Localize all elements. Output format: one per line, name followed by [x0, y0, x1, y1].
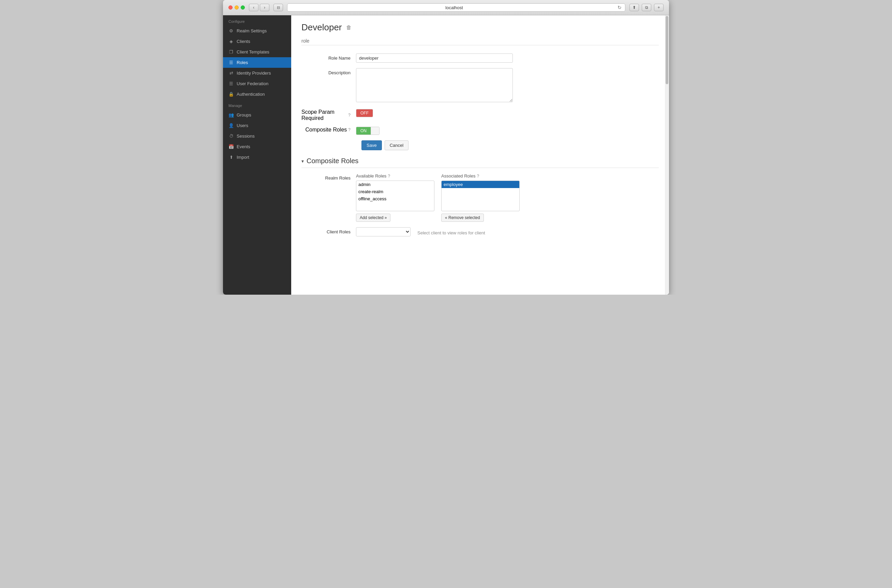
- groups-icon: 👥: [229, 112, 234, 117]
- sidebar-item-groups-label: Groups: [237, 112, 251, 117]
- scrollbar-thumb[interactable]: [666, 16, 668, 84]
- available-role-create-realm[interactable]: create-realm: [356, 188, 434, 195]
- composite-roles-help-icon[interactable]: ?: [348, 128, 350, 132]
- realm-roles-label: Realm Roles: [301, 173, 356, 180]
- cancel-button[interactable]: Cancel: [385, 140, 409, 150]
- page-header: Developer 🗑: [301, 22, 659, 33]
- refresh-button[interactable]: ↻: [618, 5, 621, 10]
- sidebar: Configure ⚙ Realm Settings ◈ Clients ❐ C…: [223, 15, 291, 295]
- sidebar-item-import-label: Import: [237, 154, 249, 160]
- associated-roles-help-icon[interactable]: ?: [477, 174, 479, 178]
- manage-section-label: Manage: [223, 99, 291, 110]
- scope-param-help-icon[interactable]: ?: [348, 113, 350, 117]
- description-row: Description: [301, 68, 659, 104]
- clients-icon: ◈: [229, 39, 234, 44]
- collapse-icon[interactable]: ▾: [301, 158, 304, 164]
- sidebar-item-clients-label: Clients: [237, 39, 250, 44]
- role-name-label: Role Name: [301, 54, 356, 61]
- app-container: Configure ⚙ Realm Settings ◈ Clients ❐ C…: [223, 15, 669, 295]
- sidebar-item-import[interactable]: ⬆ Import: [223, 152, 291, 162]
- back-button[interactable]: ‹: [249, 4, 259, 11]
- page-title: Developer: [301, 22, 342, 33]
- composite-roles-off-btn[interactable]: [371, 127, 379, 135]
- events-icon: 📅: [229, 144, 234, 149]
- roles-columns: Available Roles ? admin create-realm off…: [356, 173, 659, 222]
- sidebar-item-sessions-label: Sessions: [237, 134, 255, 139]
- section-label-text: role: [301, 38, 309, 44]
- client-templates-icon: ❐: [229, 50, 234, 54]
- composite-roles-label: Composite Roles: [305, 127, 347, 133]
- configure-section-label: Configure: [223, 15, 291, 26]
- composite-roles-section-header: ▾ Composite Roles: [301, 157, 659, 168]
- client-roles-label: Client Roles: [301, 227, 356, 234]
- maximize-button[interactable]: [241, 6, 245, 9]
- add-tab-button[interactable]: +: [654, 4, 663, 11]
- user-federation-icon: ☰: [229, 81, 234, 86]
- sidebar-toggle-button[interactable]: ⊟: [274, 4, 283, 11]
- users-icon: 👤: [229, 123, 234, 128]
- forward-button[interactable]: ›: [260, 4, 269, 11]
- remove-selected-button[interactable]: « Remove selected: [441, 214, 484, 222]
- scope-param-toggle[interactable]: OFF: [356, 109, 373, 117]
- associated-roles-column: Associated Roles ? employee « Remove sel…: [441, 173, 520, 222]
- role-name-input[interactable]: [356, 54, 513, 63]
- sidebar-item-sessions[interactable]: ⏱ Sessions: [223, 131, 291, 141]
- associated-role-employee[interactable]: employee: [442, 181, 519, 188]
- client-roles-content: Select client to view roles for client: [356, 227, 485, 236]
- composite-roles-section-title: Composite Roles: [307, 157, 358, 165]
- scrollbar-track[interactable]: [665, 15, 669, 295]
- delete-icon[interactable]: 🗑: [346, 24, 352, 31]
- composite-roles-row: Composite Roles ? ON: [301, 127, 659, 135]
- roles-icon: ☰: [229, 60, 234, 65]
- sidebar-item-realm-settings[interactable]: ⚙ Realm Settings: [223, 26, 291, 36]
- composite-roles-toggle[interactable]: ON: [356, 127, 379, 135]
- sidebar-item-users[interactable]: 👤 Users: [223, 120, 291, 131]
- browser-actions: ⬆ ⧉ +: [629, 4, 663, 11]
- available-role-offline-access[interactable]: offline_access: [356, 195, 434, 202]
- description-label: Description: [301, 68, 356, 75]
- composite-roles-section: ▾ Composite Roles Realm Roles Available …: [301, 157, 659, 236]
- scope-param-label-group: Scope Param Required ?: [301, 109, 356, 121]
- associated-roles-listbox[interactable]: employee: [441, 180, 520, 211]
- authentication-icon: 🔒: [229, 92, 234, 97]
- scope-param-off-btn[interactable]: OFF: [356, 110, 373, 117]
- description-control: [356, 68, 513, 104]
- sidebar-item-roles[interactable]: ☰ Roles: [223, 57, 291, 68]
- description-textarea[interactable]: [356, 68, 513, 102]
- available-roles-help-icon[interactable]: ?: [388, 174, 390, 178]
- new-tab-button[interactable]: ⧉: [642, 4, 651, 11]
- sidebar-item-client-templates[interactable]: ❐ Client Templates: [223, 46, 291, 57]
- identity-providers-icon: ⇄: [229, 70, 234, 76]
- sidebar-item-events-label: Events: [237, 144, 250, 149]
- sidebar-item-authentication-label: Authentication: [237, 92, 265, 97]
- share-button[interactable]: ⬆: [629, 4, 639, 11]
- sidebar-item-realm-settings-label: Realm Settings: [237, 28, 267, 33]
- available-role-admin[interactable]: admin: [356, 181, 434, 188]
- sidebar-item-authentication[interactable]: 🔒 Authentication: [223, 89, 291, 99]
- scope-param-label: Scope Param Required: [301, 109, 347, 121]
- main-content: Developer 🗑 role Role Name D: [291, 15, 669, 295]
- add-selected-button[interactable]: Add selected »: [356, 214, 390, 222]
- composite-roles-label-group: Composite Roles ?: [301, 127, 356, 133]
- close-button[interactable]: [229, 6, 233, 9]
- save-button[interactable]: Save: [361, 140, 382, 150]
- minimize-button[interactable]: [235, 6, 239, 9]
- sidebar-item-user-federation[interactable]: ☰ User Federation: [223, 78, 291, 89]
- sidebar-item-events[interactable]: 📅 Events: [223, 141, 291, 152]
- sidebar-item-user-federation-label: User Federation: [237, 81, 268, 86]
- available-roles-listbox[interactable]: admin create-realm offline_access: [356, 180, 435, 211]
- address-bar[interactable]: localhost ↻: [287, 3, 625, 12]
- sidebar-item-groups[interactable]: 👥 Groups: [223, 110, 291, 120]
- url-text: localhost: [291, 5, 618, 10]
- import-icon: ⬆: [229, 154, 234, 160]
- available-roles-column: Available Roles ? admin create-realm off…: [356, 173, 435, 222]
- client-roles-hint: Select client to view roles for client: [414, 228, 485, 236]
- sidebar-item-clients[interactable]: ◈ Clients: [223, 36, 291, 46]
- role-name-control: [356, 54, 513, 63]
- sidebar-item-identity-providers[interactable]: ⇄ Identity Providers: [223, 68, 291, 78]
- composite-roles-on-btn[interactable]: ON: [356, 127, 371, 135]
- client-select[interactable]: [356, 227, 411, 236]
- section-label: role: [301, 38, 659, 48]
- nav-buttons: ‹ ›: [249, 4, 269, 11]
- role-name-row: Role Name: [301, 54, 659, 63]
